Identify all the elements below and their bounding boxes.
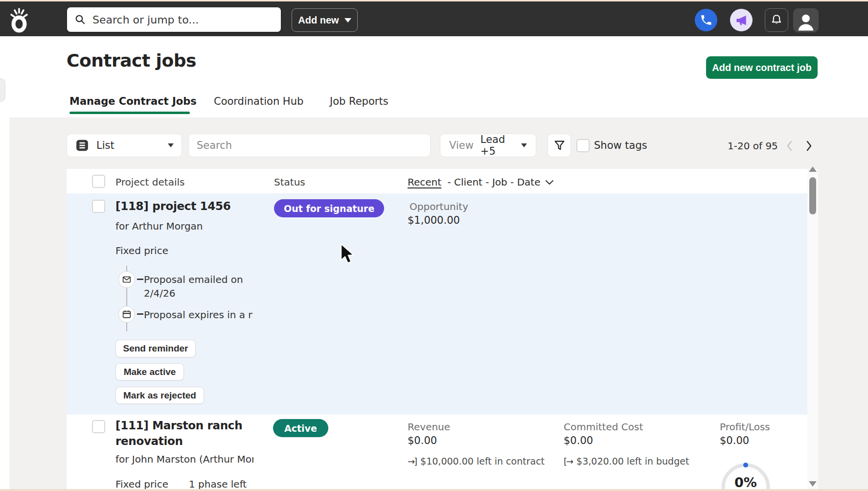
job-title[interactable]: [111] Marston ranch <box>115 419 242 432</box>
show-tags-checkbox[interactable] <box>576 139 590 152</box>
status-badge: Out for signature <box>274 199 384 217</box>
send-reminder-button[interactable]: Send reminder <box>115 340 196 357</box>
scrollbar-track[interactable] <box>807 169 818 491</box>
mark-as-rejected-button[interactable]: Mark as rejected <box>115 387 204 404</box>
account-avatar[interactable] <box>793 8 819 32</box>
left-in-budget-text: $3,020.00 left in budget <box>576 456 689 467</box>
job-title[interactable]: renovation <box>115 435 183 447</box>
pagination-prev-button[interactable] <box>785 139 794 153</box>
app-window: Add new <box>0 0 868 491</box>
announcements-button[interactable] <box>730 9 753 31</box>
arrow-into-bracket-icon: →] <box>408 456 416 467</box>
revenue-value: $0.00 <box>408 435 437 446</box>
global-search <box>67 7 281 32</box>
row-checkbox[interactable] <box>92 200 105 213</box>
job-pricing-type: Fixed price <box>115 478 168 490</box>
select-all-checkbox[interactable] <box>92 175 105 188</box>
cursor-pointer <box>339 243 359 266</box>
sort-rest-label: - Client - Job - Date <box>447 176 540 188</box>
opportunity-label: Opportunity <box>410 201 468 212</box>
page-title: Contract jobs <box>67 50 196 70</box>
active-tab-underline <box>69 112 190 114</box>
show-tags-label: Show tags <box>594 140 647 151</box>
phone-button[interactable] <box>695 9 717 31</box>
left-in-contract-text: $10,000.00 left in contract <box>420 456 545 467</box>
chevron-down-icon <box>521 143 527 147</box>
calendar-icon <box>121 309 132 320</box>
add-contract-job-button[interactable]: Add new contract job <box>706 56 818 79</box>
job-pricing-type: Fixed price <box>115 245 168 257</box>
add-new-button[interactable]: Add new <box>292 8 358 32</box>
top-navbar: Add new <box>0 0 868 36</box>
opportunity-value: $1,000.00 <box>408 214 460 226</box>
bracket-arrow-out-icon: [→ <box>564 456 572 467</box>
view-mode-label: List <box>96 140 114 151</box>
tab-job-reports[interactable]: Job Reports <box>330 95 388 107</box>
scroll-up-arrow[interactable] <box>809 166 817 172</box>
make-active-button[interactable]: Make active <box>115 363 184 380</box>
committed-cost-value: $0.00 <box>564 435 593 446</box>
megaphone-icon <box>735 14 748 26</box>
chevron-down-icon <box>344 18 351 23</box>
global-search-input[interactable] <box>92 14 274 26</box>
pagination-text: 1-20 of 95 <box>728 140 778 152</box>
list-search-box <box>188 134 431 157</box>
timeline-event-text: Proposal expires in a mo <box>144 309 252 321</box>
funnel-icon <box>553 140 566 152</box>
filter-button[interactable] <box>548 134 571 157</box>
phone-icon <box>700 14 712 26</box>
job-client: for John Marston (Arthur Morgan <box>115 453 253 465</box>
tab-manage-contract-jobs[interactable]: Manage Contract Jobs <box>69 95 197 107</box>
sort-active-label: Recent <box>408 176 441 188</box>
chevron-down-icon <box>545 180 554 185</box>
committed-cost-label: Committed Cost <box>564 421 643 433</box>
pagination-next-button[interactable] <box>804 139 813 153</box>
timeline-connector <box>137 279 143 280</box>
person-icon <box>795 11 817 32</box>
tab-coordination-hub[interactable]: Coordination Hub <box>214 95 303 107</box>
left-edge-strip <box>0 36 9 491</box>
view-label: View <box>449 140 474 151</box>
progress-dot <box>743 463 748 468</box>
job-client: for Arthur Morgan <box>115 220 203 232</box>
timeline-event-text: Proposal emailed on <box>144 274 243 285</box>
envelope-icon <box>121 274 132 285</box>
left-in-contract: →] $10,000.00 left in contract <box>408 456 545 467</box>
view-mode-dropdown[interactable]: List <box>67 134 182 157</box>
scroll-down-arrow[interactable] <box>809 481 817 487</box>
chevron-down-icon <box>168 143 174 147</box>
notifications-button[interactable] <box>765 8 788 32</box>
app-logo[interactable] <box>8 6 30 33</box>
timeline-event-date: 2/4/26 <box>144 287 175 299</box>
column-project-details: Project details <box>115 176 184 188</box>
add-new-label: Add new <box>298 15 339 26</box>
revenue-label: Revenue <box>408 421 450 433</box>
sort-control[interactable]: Recent - Client - Job - Date <box>408 176 554 188</box>
profit-loss-value: $0.00 <box>720 435 749 446</box>
job-title[interactable]: [118] project 1456 <box>115 200 230 212</box>
timeline-node <box>118 306 135 323</box>
timeline-connector <box>137 313 143 315</box>
window-bottom-edge <box>0 489 868 491</box>
job-phases-left: 1 phase left <box>189 478 247 490</box>
timeline-node <box>118 271 135 288</box>
progress-percent: 0% <box>731 475 760 490</box>
bell-icon <box>770 13 783 27</box>
view-filter-dropdown[interactable]: View Lead +5 <box>440 134 536 157</box>
list-search-input[interactable] <box>189 140 430 151</box>
left-in-budget: [→ $3,020.00 left in budget <box>564 456 689 467</box>
scrollbar-thumb[interactable] <box>809 177 816 214</box>
profit-loss-label: Profit/Loss <box>720 421 770 433</box>
list-view-icon <box>75 138 90 153</box>
row-checkbox[interactable] <box>92 420 105 433</box>
search-icon <box>74 14 86 25</box>
view-value: Lead +5 <box>480 134 514 157</box>
column-status: Status <box>274 176 305 188</box>
status-badge: Active <box>273 419 328 437</box>
left-drawer-handle[interactable] <box>0 78 5 102</box>
